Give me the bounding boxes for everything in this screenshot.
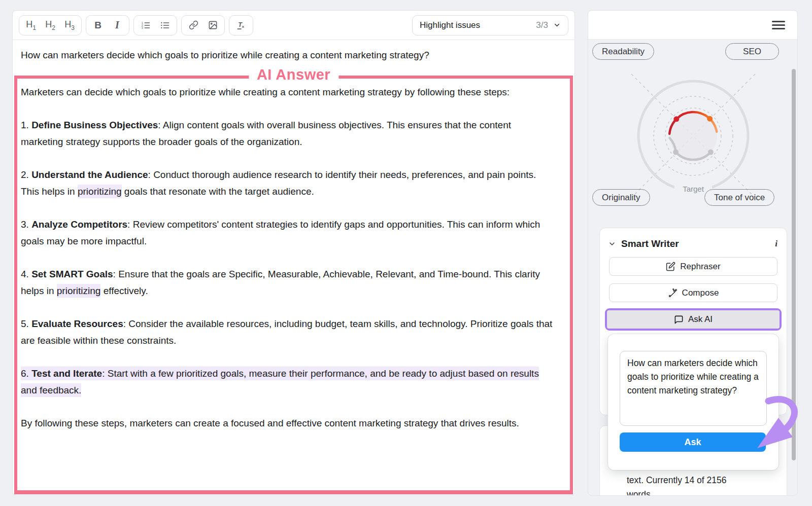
h3-button[interactable]: H3 [60,17,79,34]
format-group: B I [86,15,129,35]
magic-pen-icon [668,288,678,298]
ask-ai-button[interactable]: Ask AI [607,310,780,329]
chevron-down-icon[interactable] [608,240,616,248]
highlight-issues-label: Highlight issues [420,20,480,30]
answer-paragraph: 1. Define Business Objectives: Align con… [21,117,555,150]
italic-button[interactable]: I [108,17,127,34]
clear-format-group: Tx [229,15,253,35]
edit-pencil-icon [666,262,675,271]
page: H1 H2 H3 B I 123 [0,0,812,506]
ai-answer-label: AI Answer [249,66,339,83]
link-button[interactable] [184,17,203,34]
badge-originality[interactable]: Originality [592,189,650,206]
smart-writer-title: Smart Writer [621,238,679,249]
highlight-issues-count: 3/3 [536,20,548,30]
image-icon [208,20,218,30]
insert-group [181,15,225,35]
answer-paragraph: By following these steps, marketers can … [21,415,555,431]
ai-answer-annotation-box: AI Answer Marketers can decide which goa… [14,76,573,494]
list-group: 123 [133,15,177,35]
answer-paragraphs[interactable]: Marketers can decide which goals to prio… [17,79,570,431]
ordered-list-button[interactable]: 123 [136,17,155,34]
word-count-status: text. Currently 14 of 2156 words. [627,473,754,496]
gauge-originality-dot [673,150,679,155]
svg-text:3: 3 [142,26,143,29]
document-question[interactable]: How can marketers decide which goals to … [13,40,574,63]
ask-ai-panel: How can marketers decide which goals to … [608,334,779,470]
menu-icon[interactable] [772,19,785,31]
gauge-tone-dot [708,150,714,155]
target-gauge: Target [588,45,798,197]
chat-bubble-icon [674,315,684,324]
ask-ai-highlight-outline: Ask AI [605,308,782,331]
info-icon[interactable]: i [775,239,777,249]
highlight-issues-dropdown[interactable]: Highlight issues 3/3 [412,15,568,35]
rephraser-button[interactable]: Rephraser [609,257,777,276]
answer-paragraph: 2. Understand the Audience: Conduct thor… [21,166,555,200]
image-button[interactable] [203,17,222,34]
gauge-seo-dot [707,116,713,122]
answer-paragraph: Marketers can decide which goals to prio… [21,84,555,100]
editor-panel: H1 H2 H3 B I 123 [12,10,575,496]
bold-button[interactable]: B [88,17,108,34]
sidebar-header [588,11,797,40]
badge-tone-of-voice[interactable]: Tone of voice [704,189,774,206]
compose-button[interactable]: Compose [609,283,777,302]
editor-toolbar: H1 H2 H3 B I 123 [13,11,574,40]
ask-submit-button[interactable]: Ask [620,432,766,452]
answer-paragraph: 6. Test and Iterate: Start with a few pr… [21,365,555,399]
gauge-readability-dot [673,116,679,122]
answer-paragraph: 3. Analyze Competitors: Review competito… [21,216,555,249]
h2-button[interactable]: H2 [41,17,60,34]
clear-formatting-icon: Tx [236,20,246,30]
gauge-target-label: Target [683,185,704,193]
clear-formatting-button[interactable]: Tx [231,17,251,34]
ordered-list-icon: 123 [141,20,151,30]
answer-paragraph: 5. Evaluate Resources: Consider the avai… [21,315,555,349]
unordered-list-button[interactable] [155,17,175,34]
ask-question-input[interactable]: How can marketers decide which goals to … [620,351,767,426]
chevron-down-icon [553,21,561,29]
svg-text:x: x [242,24,245,29]
answer-paragraph: 4. Set SMART Goals: Ensure that the goal… [21,266,555,299]
link-icon [189,20,198,30]
assistant-sidebar: Readability SEO [588,10,798,496]
h1-button[interactable]: H1 [21,17,41,34]
heading-group: H1 H2 H3 [19,15,82,35]
sidebar-scrollbar-thumb[interactable] [792,69,796,460]
unordered-list-icon [160,20,170,30]
